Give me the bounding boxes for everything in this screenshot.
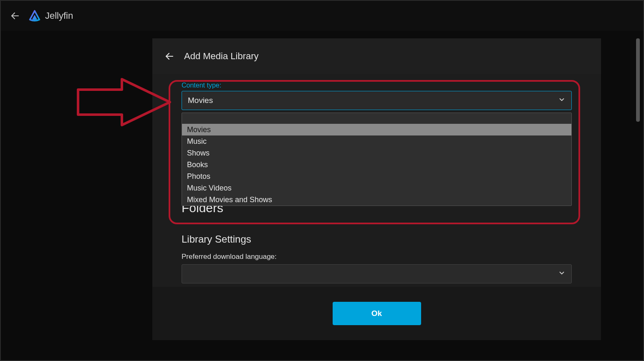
library-settings-heading: Library Settings: [182, 233, 572, 245]
dialog-back-button[interactable]: [164, 51, 175, 62]
content-type-option-music-videos[interactable]: Music Videos: [182, 182, 571, 194]
content-type-label: Content type:: [182, 82, 572, 89]
arrow-left-icon: [164, 51, 174, 61]
content-type-option-photos[interactable]: Photos: [182, 170, 571, 182]
content-type-dropdown: Movies Music Shows Books Photos Music Vi…: [182, 113, 572, 206]
content-type-select[interactable]: Movies: [182, 91, 572, 110]
content-type-option-mixed[interactable]: Mixed Movies and Shows: [182, 194, 571, 206]
back-button[interactable]: [8, 9, 22, 23]
dialog-scrollbar[interactable]: [636, 38, 640, 122]
chevron-down-icon: [558, 96, 566, 105]
content-type-option-music[interactable]: Music: [182, 135, 571, 147]
add-library-dialog: Add Media Library Folders Content type: …: [152, 38, 601, 340]
content-type-selected-value: Movies: [188, 96, 213, 105]
content-type-option-shows[interactable]: Shows: [182, 147, 571, 159]
content-type-option-books[interactable]: Books: [182, 159, 571, 170]
preferred-language-select[interactable]: [182, 264, 572, 283]
app-logo: Jellyfin: [28, 10, 73, 22]
dialog-body: Folders Content type: Movies Movies Musi…: [152, 74, 601, 287]
chevron-down-icon: [558, 269, 566, 279]
dialog-header: Add Media Library: [152, 38, 601, 74]
top-bar: Jellyfin: [1, 1, 643, 31]
content-type-option-movies[interactable]: Movies: [182, 124, 571, 135]
dialog-title: Add Media Library: [184, 51, 259, 62]
content-type-option-blank[interactable]: [182, 113, 571, 124]
jellyfin-logo-icon: [28, 10, 41, 22]
preferred-language-label: Preferred download language:: [182, 253, 572, 261]
dialog-footer: Ok: [152, 287, 601, 340]
arrow-left-icon: [10, 11, 20, 21]
ok-button[interactable]: Ok: [333, 302, 421, 325]
app-name: Jellyfin: [45, 10, 73, 21]
